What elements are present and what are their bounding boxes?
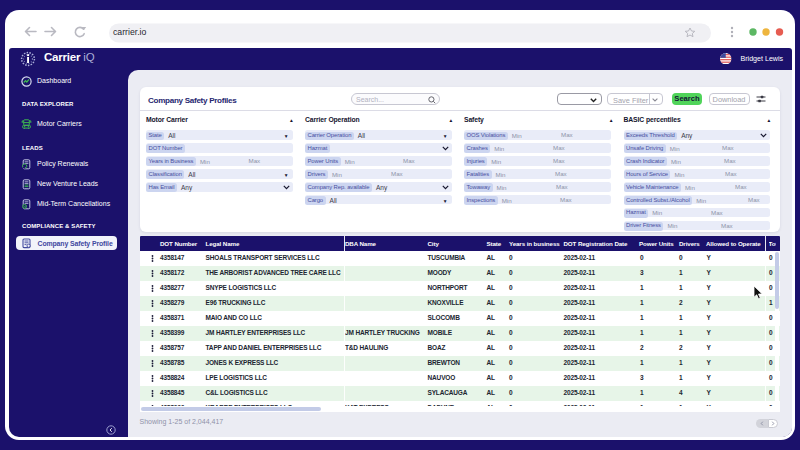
svg-text:carrier.io: carrier.io (113, 27, 146, 37)
